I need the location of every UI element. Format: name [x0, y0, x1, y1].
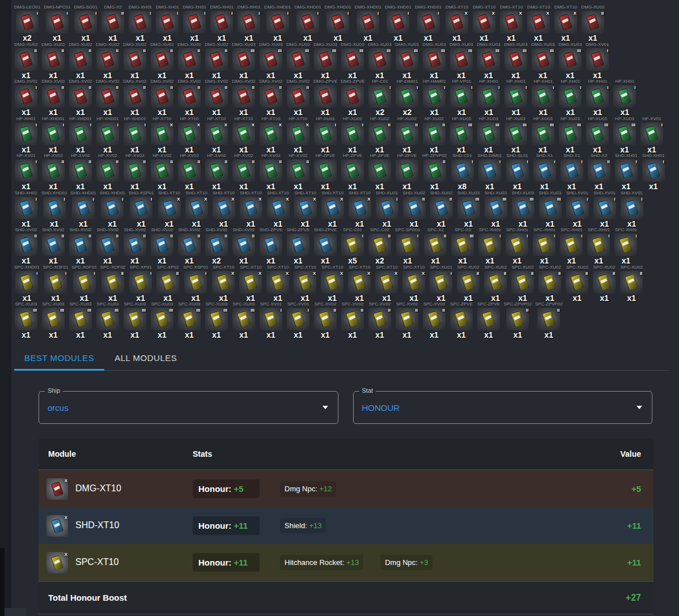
module-cell[interactable]: HP-XV02IIx1: [286, 153, 310, 191]
module-cell[interactable]: HP-XU03IIIx1: [449, 116, 473, 154]
module-cell[interactable]: DMG-XV01Ix1: [585, 42, 609, 80]
module-cell[interactable]: SHD-ZPVEx1: [286, 227, 310, 265]
module-cell[interactable]: HP-ZPVEx1: [313, 153, 337, 191]
module-cell[interactable]: SPC-XV02IIx1: [313, 301, 337, 339]
module-cell[interactable]: SPC-XV01Ix1: [286, 301, 310, 339]
module-cell[interactable]: SHD-XSP01Ix1: [129, 190, 154, 228]
module-cell[interactable]: SPC-XV02IIx1: [341, 301, 364, 339]
module-cell[interactable]: SPC-ZPVP02IIx1: [504, 301, 532, 339]
module-cell[interactable]: SHD-XH01Ix1: [642, 153, 665, 191]
module-cell[interactable]: DMG-XU03IIIx1: [341, 42, 364, 80]
module-cell[interactable]: HP-XV01Ix1: [640, 116, 664, 154]
module-cell[interactable]: SHD-XV02IIx1: [232, 227, 256, 265]
module-cell[interactable]: SHD-XV02IIx1: [96, 227, 120, 265]
module-cell[interactable]: SPC-XU02IIx1: [592, 265, 616, 303]
module-cell[interactable]: SHD-XH01Ix1: [14, 190, 38, 228]
module-cell[interactable]: SHD-X1Ix1: [560, 153, 584, 191]
module-cell[interactable]: HP-XH01Ix1: [585, 79, 609, 117]
module-cell[interactable]: SPC-C02IIx2: [368, 227, 392, 265]
module-cell[interactable]: DMG-XV02IIx1: [69, 79, 92, 117]
module-cell[interactable]: SPC-XT10Xx1: [239, 265, 262, 303]
module-cell[interactable]: SHD-SL01Ix1: [506, 153, 529, 191]
module-cell[interactable]: SPC-XT10Xx1: [347, 265, 371, 303]
module-cell[interactable]: DMG-XU03IIIx1: [422, 42, 446, 80]
module-cell[interactable]: SPC-XU02IIx1: [565, 265, 589, 303]
module-cell[interactable]: SPC-XV01Ix1: [259, 301, 283, 339]
module-cell[interactable]: HP-DIM01Ix2: [395, 79, 419, 117]
module-cell[interactable]: SHD-XT10Xx1: [266, 190, 290, 228]
module-cell[interactable]: DMG-XV02IIx1: [232, 79, 256, 117]
module-cell[interactable]: SHD-XU02IIx1: [430, 190, 453, 228]
module-cell[interactable]: DMG-SG01Ix1: [74, 5, 97, 43]
module-cell[interactable]: DMG-XH01Ix1: [128, 5, 152, 43]
module-cell[interactable]: DMG-XT10Xx1: [554, 5, 578, 43]
module-cell[interactable]: HP-HAM01Ix1: [422, 79, 446, 117]
module-cell[interactable]: HP-XHD01Ix1: [41, 116, 65, 154]
module-cell[interactable]: DMG-ZPVEx1: [341, 79, 364, 117]
module-cell[interactable]: SPC-C01Ix5: [341, 227, 364, 265]
module-cell[interactable]: DMG-XT10Xx1: [527, 5, 550, 43]
module-cell[interactable]: DMG-ZPVEx1: [313, 79, 337, 117]
module-cell[interactable]: SHD-XU03IIIx1: [538, 190, 562, 228]
module-cell[interactable]: SHD-X1Ix1: [533, 153, 557, 191]
module-cell[interactable]: HP-XU02IIx1: [395, 116, 419, 154]
module-cell[interactable]: HP-XU01Ix1: [313, 116, 337, 154]
module-cell[interactable]: SHD-XU02IIx1: [402, 190, 426, 228]
module-cell[interactable]: SHD-XU03IIIx1: [457, 190, 481, 228]
module-cell[interactable]: DMG-XV02IIx1: [205, 79, 228, 117]
module-cell[interactable]: HP-XT10Xx1: [205, 116, 228, 154]
module-cell[interactable]: SHD-XV02IIx1: [177, 227, 201, 265]
module-cell[interactable]: DMG-XV02IIx1: [41, 79, 65, 117]
module-cell[interactable]: SHD-XV02IIx1: [123, 227, 147, 265]
module-cell[interactable]: DMG-XU03IIIx1: [286, 42, 310, 80]
module-cell[interactable]: SPC-XOF01Ix1: [71, 265, 96, 303]
module-cell[interactable]: HP-XH01Ix1: [504, 79, 528, 117]
module-cell[interactable]: DMG-XU03IIIx1: [232, 42, 256, 80]
module-cell[interactable]: SHD-XV02IIx1: [41, 227, 65, 265]
module-cell[interactable]: SHD-XT10Xx1: [212, 190, 236, 228]
module-cell[interactable]: SHD-XV02IIx1: [69, 227, 92, 265]
module-cell[interactable]: SPC-XV02IIx1: [368, 301, 392, 339]
module-cell[interactable]: DMG-XHD01Ix1: [264, 5, 291, 43]
module-cell[interactable]: DMG-XH01Ix1: [155, 5, 179, 43]
module-cell[interactable]: HP-ZPVEx1: [395, 153, 419, 191]
module-cell[interactable]: HP-ZPVEx1: [341, 153, 364, 191]
module-cell[interactable]: DMG-XU03IIIx1: [368, 42, 392, 80]
module-cell[interactable]: SPC-ZPVEx1: [477, 301, 500, 339]
module-cell[interactable]: HP-XU03IIIx1: [477, 116, 500, 154]
module-cell[interactable]: DMG-XH01Ix1: [237, 5, 261, 43]
module-cell[interactable]: HP-XU03IIIx1: [504, 116, 528, 154]
module-cell[interactable]: SPC-XOF01Ix1: [43, 265, 68, 303]
module-cell[interactable]: SPC-XU03IIIx1: [14, 301, 38, 339]
module-cell[interactable]: HP-XU03IIIx1: [558, 116, 582, 154]
module-cell[interactable]: SHD-XV02IIx1: [14, 227, 38, 265]
module-cell[interactable]: SPC-XU03IIIx1: [205, 301, 228, 339]
module-cell[interactable]: HP-XV02IIx1: [96, 153, 120, 191]
module-cell[interactable]: DMG-XT10Xx1: [499, 5, 523, 43]
module-cell[interactable]: DMG-XT10Xx1: [472, 5, 496, 43]
module-cell[interactable]: SPC-XV02IIx1: [395, 301, 419, 339]
module-cell[interactable]: SHD-XHD01Ix1: [70, 190, 96, 228]
module-cell[interactable]: SPC-XT10Xx1: [375, 265, 398, 303]
module-cell[interactable]: DMG-XU03IIIx1: [477, 42, 500, 80]
module-cell[interactable]: SPC-XP01Ix1: [129, 265, 152, 303]
module-cell[interactable]: SPC-XT10Xx1: [402, 265, 426, 303]
module-cell[interactable]: SHD-XHD01Ix1: [41, 190, 67, 228]
module-cell[interactable]: HP-XV02IIx1: [177, 153, 201, 191]
module-cell[interactable]: SPC-XSP01Ix1: [183, 265, 208, 303]
module-cell[interactable]: HP-XT10Xx1: [177, 116, 201, 154]
module-cell[interactable]: HP-XT10Xx1: [259, 116, 283, 154]
module-cell[interactable]: SPC-XU03IIIx1: [123, 301, 147, 339]
module-cell[interactable]: SPC-XT10Xx1: [266, 265, 290, 303]
module-cell[interactable]: SHD-X2IIx1: [587, 153, 611, 191]
module-cell[interactable]: SHD-XV01Ix1: [620, 190, 644, 228]
module-cell[interactable]: SHD-ZPVEx1: [259, 227, 283, 265]
module-cell[interactable]: SHD-XV01Ix1: [566, 190, 589, 228]
module-cell[interactable]: SHD-XT10Xx1: [158, 190, 181, 228]
module-cell[interactable]: HP-XU03IIIx1: [531, 116, 555, 154]
module-cell[interactable]: DMG-XU03IIIx1: [449, 42, 473, 80]
module-cell[interactable]: SHD-XU03IIIx1: [484, 190, 508, 228]
module-cell[interactable]: DMG-XHD01Ix1: [325, 5, 351, 43]
module-cell[interactable]: SPC-X2IIx1: [423, 227, 447, 265]
module-cell[interactable]: SPC-XU02IIx1: [511, 265, 534, 303]
